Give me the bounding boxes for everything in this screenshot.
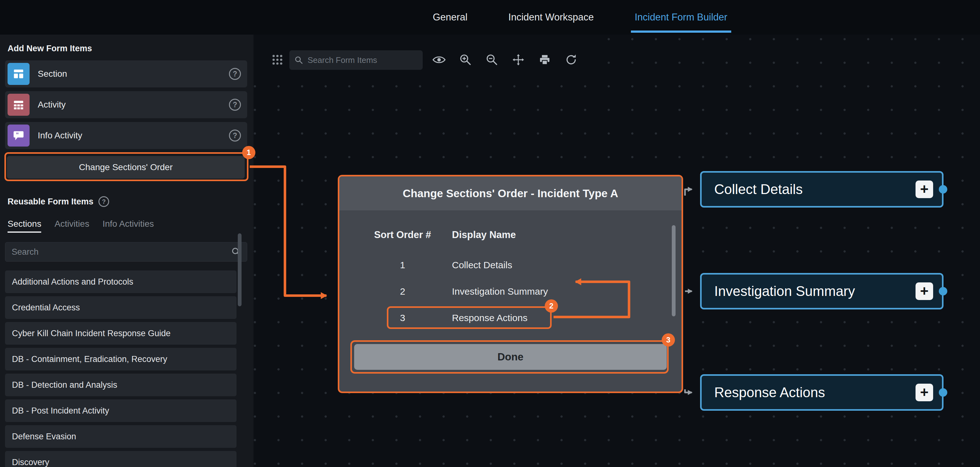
dialog-column-headers: Sort Order # Display Name [369,229,681,241]
node-title: Response Actions [714,384,825,400]
form-item-section[interactable]: Section ? [5,60,247,87]
activity-help-icon[interactable]: ? [229,99,241,111]
form-item-label: Section [38,69,229,79]
tab-incident-workspace[interactable]: Incident Workspace [508,0,594,35]
info-activity-icon: “ [8,124,30,146]
display-name-value: Response Actions [452,313,527,323]
canvas-search-input[interactable] [307,55,418,65]
form-item-activity[interactable]: Activity ? [5,91,247,118]
drag-handle-icon[interactable] [271,54,284,66]
list-item[interactable]: Discovery [5,451,237,467]
refresh-icon[interactable] [563,52,579,67]
search-icon [294,56,303,65]
sort-row[interactable]: 3 Response Actions [369,305,681,331]
sidebar-scrollbar[interactable] [238,234,242,306]
form-item-label: Activity [38,100,229,110]
add-item-button[interactable]: + [916,283,933,300]
section-icon [8,63,30,85]
sort-row[interactable]: 1 Collect Details [369,252,681,278]
node-title: Collect Details [714,181,803,197]
section-node-investigation-summary[interactable]: Investigation Summary + [700,273,943,310]
canvas-search [290,50,423,70]
section-node-collect-details[interactable]: Collect Details + [700,171,943,208]
reusable-sections-list: Additional Actions and Protocols Credent… [5,270,248,467]
sidebar-search-input[interactable] [11,247,231,257]
sort-order-value: 2 [369,286,436,297]
sidebar-search [5,242,247,262]
sort-order-value: 1 [369,260,436,270]
sort-row[interactable]: 2 Investigation Summary [369,278,681,305]
list-item[interactable]: DB - Containment, Eradication, Recovery [5,348,237,370]
zoom-in-icon[interactable] [458,52,473,67]
add-new-form-items-title: Add New Form Items [8,43,248,54]
connector-dot[interactable] [939,287,947,295]
dialog-scrollbar[interactable] [672,225,676,316]
list-item[interactable]: DB - Post Incident Activity [5,399,237,422]
top-tabs: General Incident Workspace Incident Form… [433,0,727,35]
zoom-out-icon[interactable] [484,52,500,67]
change-sections-order-button[interactable]: Change Sections' Order [7,156,245,179]
connector-dot[interactable] [939,388,947,397]
section-help-icon[interactable]: ? [229,68,241,80]
dialog-rows: 1 Collect Details 2 Investigation Summar… [339,252,681,331]
svg-text:“: “ [16,131,19,138]
list-item[interactable]: Credential Access [5,296,237,319]
tab-general[interactable]: General [433,0,467,35]
list-item[interactable]: DB - Detection and Analysis [5,373,237,396]
section-node-response-actions[interactable]: Response Actions + [700,374,943,411]
incident-form-builder-app: General Incident Workspace Incident Form… [0,0,980,467]
list-item[interactable]: Additional Actions and Protocols [5,270,237,293]
dialog-title: Change Sections' Order - Incident Type A [339,176,681,210]
sort-order-column-header: Sort Order # [369,229,436,241]
display-name-value: Collect Details [452,260,512,270]
list-item[interactable]: Defense Evasion [5,425,237,448]
done-button[interactable]: Done [354,344,667,370]
add-item-button[interactable]: + [916,181,933,198]
add-item-button[interactable]: + [916,384,933,401]
connector-dot[interactable] [939,185,947,194]
print-icon[interactable] [537,52,552,67]
node-title: Investigation Summary [714,283,855,299]
form-items-sidebar: Add New Form Items Section ? Activity ? … [0,35,253,467]
info-activity-help-icon[interactable]: ? [229,130,241,141]
reusable-form-items-title: Reusable Form Items [8,197,94,206]
sort-order-value: 3 [369,313,436,323]
reusable-items-tabs: Sections Activities Info Activities [8,218,248,230]
activity-icon [8,94,30,116]
form-item-info-activity[interactable]: “ Info Activity ? [5,122,247,149]
reusable-form-items-header: Reusable Form Items ? [8,196,248,207]
form-item-label: Info Activity [38,130,229,141]
pan-icon[interactable] [511,52,526,67]
top-navigation-bar: General Incident Workspace Incident Form… [0,0,980,35]
display-name-value: Investigation Summary [452,286,548,297]
preview-eye-icon[interactable] [431,52,447,67]
tab-sections[interactable]: Sections [8,219,41,229]
tab-activities[interactable]: Activities [54,219,89,229]
tab-info-activities[interactable]: Info Activities [103,219,154,229]
display-name-column-header: Display Name [452,229,516,241]
change-sections-order-dialog: Change Sections' Order - Incident Type A… [338,175,683,393]
reusable-help-icon[interactable]: ? [99,196,109,207]
tab-incident-form-builder[interactable]: Incident Form Builder [635,0,727,35]
list-item[interactable]: Cyber Kill Chain Incident Response Guide [5,322,237,345]
form-builder-canvas: Change Sections' Order - Incident Type A… [253,35,980,467]
